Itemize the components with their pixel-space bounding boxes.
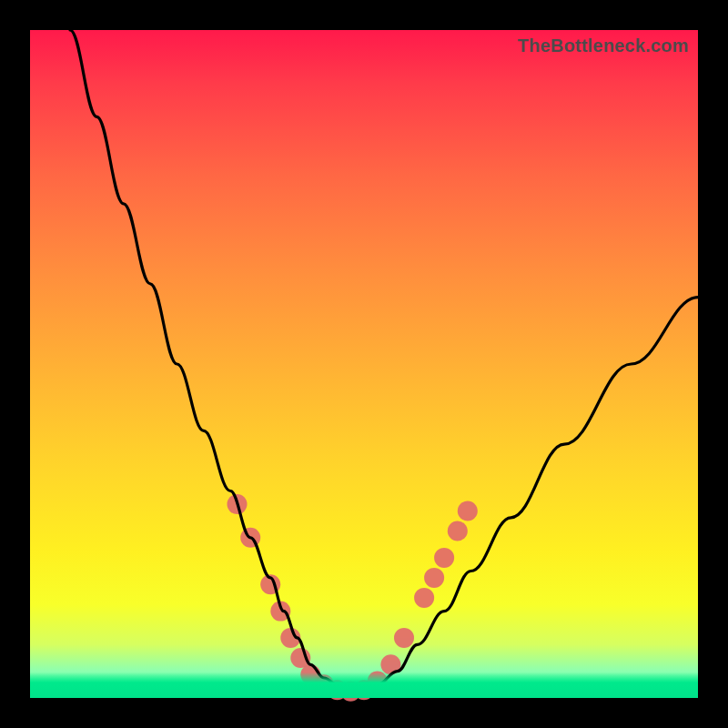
highlight-dot <box>414 588 434 608</box>
highlight-dot <box>458 501 478 521</box>
highlight-dot <box>424 568 444 588</box>
optimal-zone-band <box>30 672 698 698</box>
bottleneck-curve <box>70 30 698 692</box>
highlight-dot <box>394 628 414 648</box>
chart-svg <box>30 30 698 698</box>
highlight-dot <box>448 521 468 541</box>
highlight-dot <box>434 548 454 568</box>
chart-frame: TheBottleneck.com <box>0 0 728 728</box>
plot-area: TheBottleneck.com <box>30 30 698 698</box>
marker-layer <box>228 494 478 702</box>
